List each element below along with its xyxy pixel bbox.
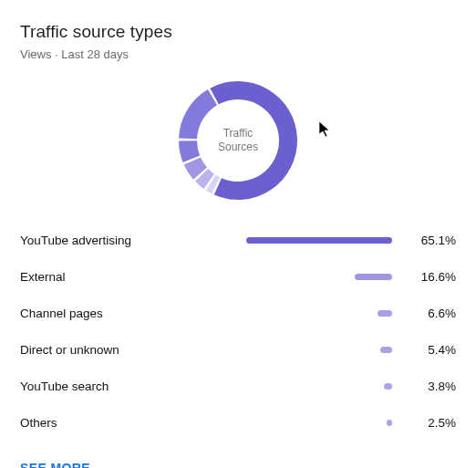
source-pct: 16.6% xyxy=(405,270,456,284)
source-bar xyxy=(246,237,392,244)
donut-chart[interactable]: Traffic Sources xyxy=(20,72,456,209)
source-bar xyxy=(355,274,392,280)
donut-slice[interactable] xyxy=(210,81,297,200)
source-bar-col xyxy=(186,347,405,353)
subtitle: Views · Last 28 days xyxy=(20,47,456,61)
source-pct: 3.8% xyxy=(405,380,456,393)
source-bar-col xyxy=(186,383,405,390)
source-pct: 65.1% xyxy=(405,234,456,247)
source-bar-col xyxy=(186,310,405,317)
source-label: Others xyxy=(20,416,186,430)
source-pct: 6.6% xyxy=(405,307,456,320)
source-label: Channel pages xyxy=(20,307,186,320)
source-bar xyxy=(387,420,392,426)
source-bar-col xyxy=(186,274,405,280)
source-row[interactable]: Channel pages6.6% xyxy=(20,295,456,331)
source-row[interactable]: External16.6% xyxy=(20,258,456,295)
source-row[interactable]: YouTube advertising65.1% xyxy=(20,222,456,258)
source-list: YouTube advertising65.1%External16.6%Cha… xyxy=(20,222,456,441)
source-pct: 2.5% xyxy=(405,416,456,430)
donut-slice[interactable] xyxy=(179,89,217,139)
source-row[interactable]: YouTube search3.8% xyxy=(20,368,456,404)
source-label: External xyxy=(20,270,186,284)
page-title: Traffic source types xyxy=(20,22,456,42)
source-row[interactable]: Direct or unknown5.4% xyxy=(20,331,456,368)
source-bar-col xyxy=(186,237,405,244)
source-bar-col xyxy=(186,420,405,426)
source-bar xyxy=(378,310,392,317)
see-more-button[interactable]: SEE MORE xyxy=(20,461,90,468)
source-label: YouTube advertising xyxy=(20,234,186,247)
source-pct: 5.4% xyxy=(405,343,456,357)
source-row[interactable]: Others2.5% xyxy=(20,404,456,441)
source-label: YouTube search xyxy=(20,380,186,393)
source-bar xyxy=(384,383,392,390)
source-label: Direct or unknown xyxy=(20,343,186,357)
source-bar xyxy=(380,347,392,353)
